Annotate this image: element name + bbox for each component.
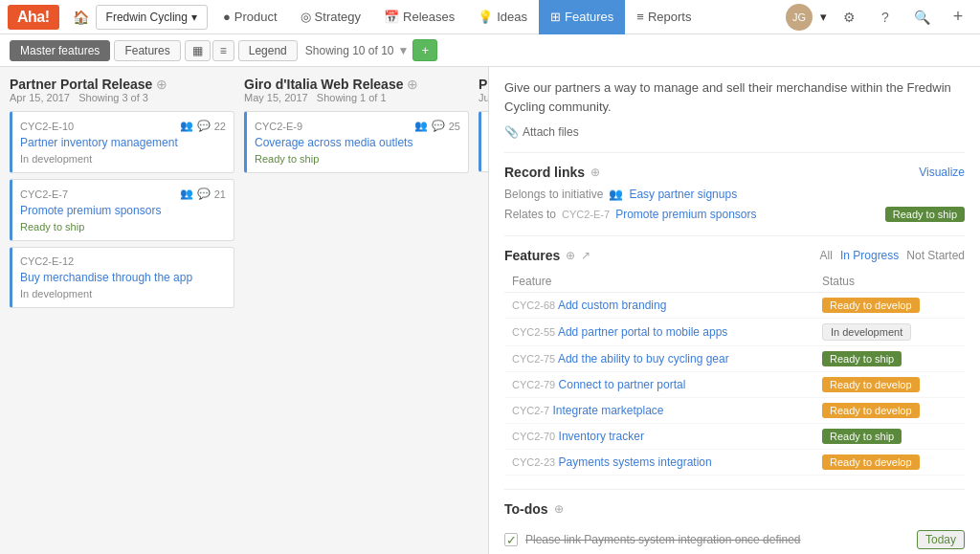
nav-features[interactable]: ⊞ Features [539, 0, 625, 34]
release-header-partner: Partner Portal Release ⊕ Apr 15, 2017 Sh… [10, 77, 234, 103]
features-icon: ⊞ [550, 10, 561, 24]
people-icon-e7: 👥 [180, 188, 193, 200]
belongs-link[interactable]: Easy partner signups [629, 188, 737, 201]
table-row: CYC2-70 Inventory tracker Ready to ship [504, 424, 965, 450]
master-features-button[interactable]: Master features [10, 40, 110, 61]
filter-not-started[interactable]: Not Started [906, 249, 965, 262]
attach-files-link[interactable]: 📎 Attach files [504, 125, 965, 139]
grid-view-icon[interactable]: ▦ [185, 40, 211, 61]
features-title: Features [504, 248, 560, 263]
people-icon-e9: 👥 [414, 120, 428, 132]
detail-description: Give our partners a way to manage and se… [504, 78, 965, 116]
detail-panel: Give our partners a way to manage and se… [488, 67, 980, 554]
nav-strategy[interactable]: ◎ Strategy [289, 0, 372, 34]
settings-icon[interactable]: ⚙ [835, 3, 863, 32]
relates-id: CYC2-E-7 [562, 209, 610, 220]
legend-button[interactable]: Legend [238, 40, 298, 61]
status-badge: In development [822, 323, 911, 341]
add-release-icon[interactable]: ⊕ [156, 77, 167, 92]
card-cyc2-e-12: CYC2-E-12 Buy merchandise through the ap… [10, 247, 234, 308]
card-cyc2-e-7: CYC2-E-7 👥 💬 21 Promote premium sponsors… [10, 179, 234, 241]
table-row: CYC2-23 Payments systems integration Rea… [504, 450, 965, 476]
record-links-section: Record links ⊕ Visualize Belongs to init… [504, 165, 965, 222]
col-status: Status [814, 271, 965, 293]
card-cyc2-e-10: CYC2-E-10 👥 💬 22 Partner inventory manag… [10, 111, 234, 173]
nav-reports[interactable]: ≡ Reports [625, 0, 702, 34]
table-row: CYC2-79 Connect to partner portal Ready … [504, 372, 965, 398]
nav-ideas-label: Ideas [497, 10, 527, 24]
filter-in-progress[interactable]: In Progress [840, 249, 899, 262]
add-feature-icon[interactable]: ⊕ [566, 249, 575, 262]
record-link-relates: Relates to CYC2-E-7 Promote premium spon… [504, 207, 965, 222]
nav-strategy-label: Strategy [315, 10, 361, 24]
features-filter: All In Progress Not Started [820, 249, 965, 262]
card-progress: CYC2-... Impro... Ready... [479, 111, 488, 172]
card-status-e10: In development [20, 153, 226, 165]
nav-releases[interactable]: 📅 Releases [372, 0, 466, 34]
add-icon[interactable]: + [944, 3, 972, 32]
todos-section: To-dos ⊕ ✓ Please link Payments system i… [504, 501, 965, 554]
visualize-button[interactable]: Visualize [919, 166, 965, 179]
features-section-header: Features ⊕ ↗ All In Progress Not Started [504, 248, 965, 263]
card-title-e9[interactable]: Coverage across media outlets [255, 136, 460, 149]
logo[interactable]: Aha! [8, 5, 59, 30]
sub-nav: Master features Features ▦ ≡ Legend Show… [0, 34, 980, 67]
card-status-e12: In development [20, 288, 226, 299]
card-title-e7[interactable]: Promote premium sponsors [20, 204, 226, 217]
release-title-partner: Partner Portal Release ⊕ [10, 77, 234, 92]
nav-features-label: Features [565, 10, 613, 24]
comment-icon-e7: 💬 [197, 188, 211, 200]
help-icon[interactable]: ? [871, 3, 900, 32]
add-giro-icon[interactable]: ⊕ [407, 77, 418, 92]
card-cyc2-e-9: CYC2-E-9 👥 💬 25 Coverage across media ou… [244, 111, 469, 173]
todo-item-0: ✓ Please link Payments system integratio… [504, 524, 965, 554]
col-feature: Feature [504, 271, 814, 293]
status-badge: Ready to ship [822, 429, 902, 444]
nav-product[interactable]: ● Product [212, 0, 289, 34]
relates-link[interactable]: Promote premium sponsors [615, 208, 756, 221]
add-feature-button[interactable]: + [412, 39, 437, 61]
card-status-e9: Ready to ship [255, 153, 460, 165]
features-button[interactable]: Features [114, 40, 180, 61]
today-button[interactable]: Today [917, 530, 965, 549]
ideas-icon: 💡 [478, 10, 493, 24]
nav-right: JG ▾ ⚙ ? 🔍 + [786, 3, 972, 32]
table-row: CYC2-7 Integrate marketplace Ready to de… [504, 398, 965, 424]
nav-reports-label: Reports [648, 10, 692, 24]
list-view-icon[interactable]: ≡ [212, 40, 234, 61]
filter-icon[interactable]: ▼ [398, 44, 410, 57]
people-icon: 👥 [180, 120, 193, 132]
external-link-icon[interactable]: ↗ [581, 249, 590, 262]
nav-ideas[interactable]: 💡 Ideas [466, 0, 539, 34]
top-nav: Aha! 🏠 Fredwin Cycling ▾ ● Product ◎ Str… [0, 0, 980, 34]
card-status-e7: Ready to ship [20, 221, 226, 233]
record-links-title: Record links [504, 165, 585, 180]
todos-title: To-dos [504, 501, 548, 517]
avatar[interactable]: JG [786, 4, 813, 31]
home-icon[interactable]: 🏠 [67, 3, 96, 32]
filter-all[interactable]: All [820, 249, 833, 262]
view-icons: ▦ ≡ [185, 40, 234, 61]
release-meta-partner: Apr 15, 2017 Showing 3 of 3 [10, 92, 234, 103]
release-col-partner: Partner Portal Release ⊕ Apr 15, 2017 Sh… [10, 77, 234, 544]
divider-2 [504, 235, 965, 236]
todo-checkbox-0[interactable]: ✓ [504, 533, 518, 546]
status-badge: Ready to develop [822, 403, 920, 418]
search-icon[interactable]: 🔍 [907, 3, 936, 32]
status-badge: Ready to develop [822, 298, 920, 313]
todo-text-0: Please link Payments system integration … [525, 533, 909, 546]
card-title-e12[interactable]: Buy merchandise through the app [20, 271, 226, 284]
comment-icon-e9: 💬 [432, 120, 445, 132]
main-content: Partner Portal Release ⊕ Apr 15, 2017 Sh… [0, 67, 980, 554]
add-todo-icon[interactable]: ⊕ [554, 502, 564, 516]
card-title-e10[interactable]: Partner inventory management [20, 136, 226, 149]
workspace-dropdown[interactable]: Fredwin Cycling ▾ [96, 5, 208, 30]
product-icon: ● [223, 10, 231, 24]
kanban-board: Partner Portal Release ⊕ Apr 15, 2017 Sh… [0, 67, 488, 554]
release-col-giro: Giro d'Italia Web Release ⊕ May 15, 2017… [244, 77, 469, 544]
features-table: Feature Status CYC2-68 Add custom brandi… [504, 271, 965, 476]
divider-1 [504, 152, 965, 153]
features-section: Features ⊕ ↗ All In Progress Not Started… [504, 248, 965, 476]
workspace-label: Fredwin Cycling [106, 11, 188, 24]
add-record-link-icon[interactable]: ⊕ [590, 166, 600, 179]
